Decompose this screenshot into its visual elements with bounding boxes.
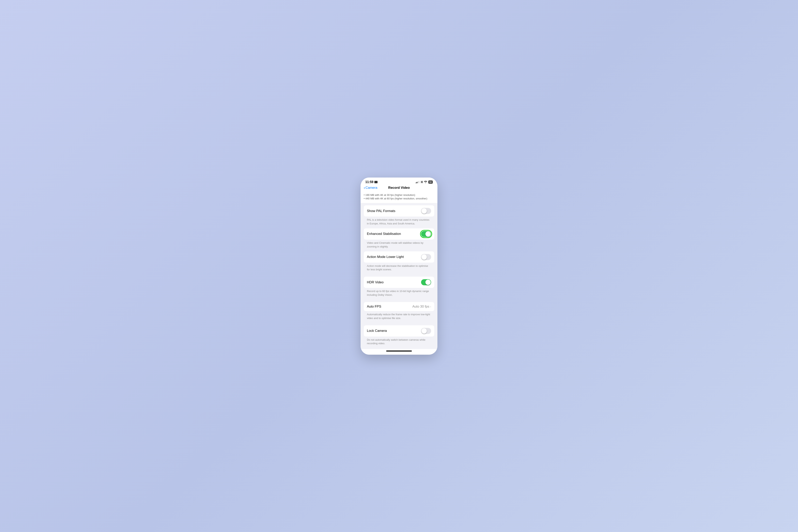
auto-fps-section: Auto FPS Auto 30 fps › Automatically red… [361, 302, 437, 323]
lock-camera-section: Lock Camera Do not automatically switch … [361, 325, 437, 348]
keyboard-icon [374, 181, 378, 183]
chevron-right-icon: › [430, 305, 431, 308]
toggle-thumb [421, 328, 427, 334]
toggle-thumb [421, 208, 427, 214]
action-mode-label: Action Mode Lower Light [367, 255, 421, 259]
show-pal-label: Show PAL Formats [367, 209, 421, 213]
back-button[interactable]: ‹ Camera [364, 186, 377, 190]
toggle-thumb [425, 231, 431, 236]
top-info-line1: • 190 MB with 4K at 30 fps (higher resol… [364, 193, 434, 197]
auto-fps-description: Automatically reduce the frame rate to i… [364, 311, 434, 323]
auto-fps-card: Auto FPS Auto 30 fps › [364, 302, 434, 311]
pal-section: Show PAL Formats PAL is a television vid… [361, 205, 437, 228]
toggle-thumb [421, 254, 427, 260]
time-display: 11:59 [365, 180, 374, 184]
lock-camera-card: Lock Camera [364, 325, 434, 337]
action-mode-row: Action Mode Lower Light [364, 251, 434, 263]
status-bar: 11:59 ⌘ 94 [361, 177, 437, 185]
signal-icon [416, 181, 419, 183]
home-bar [386, 350, 412, 352]
content-area: • 190 MB with 4K at 30 fps (higher resol… [361, 191, 437, 349]
hdr-card: HDR Video [364, 277, 434, 288]
chevron-left-icon: ‹ [364, 186, 365, 190]
show-pal-row: Show PAL Formats [364, 205, 434, 216]
auto-fps-label: Auto FPS [367, 305, 412, 308]
pal-card: Show PAL Formats [364, 205, 434, 216]
auto-fps-value: Auto 30 fps › [412, 305, 431, 308]
action-mode-section: Action Mode Lower Light Action mode will… [361, 251, 437, 274]
action-mode-card: Action Mode Lower Light [364, 251, 434, 263]
hdr-video-toggle[interactable] [421, 279, 431, 285]
nav-bar: ‹ Camera Record Video [361, 185, 437, 191]
top-info-line2: • 440 MB with 4K at 60 fps (higher resol… [364, 197, 434, 201]
toggle-thumb [425, 280, 431, 285]
auto-fps-text: Auto 30 fps [412, 305, 429, 308]
pal-description: PAL is a television video format used in… [364, 216, 434, 228]
stabilisation-description: Video and Cinematic mode will stabilise … [364, 240, 434, 251]
lock-camera-description: Do not automatically switch between came… [364, 337, 434, 348]
enhanced-stabilisation-toggle[interactable] [421, 231, 431, 237]
enhanced-stabilisation-label: Enhanced Stabilisation [367, 232, 421, 236]
hdr-video-label: HDR Video [367, 280, 421, 284]
stabilisation-section: Enhanced Stabilisation Video and Cinemat… [361, 228, 437, 251]
action-mode-toggle[interactable] [421, 254, 431, 260]
auto-fps-row[interactable]: Auto FPS Auto 30 fps › [364, 302, 434, 311]
lock-camera-toggle[interactable] [421, 328, 431, 334]
page-title: Record Video [388, 186, 410, 190]
show-pal-toggle[interactable] [421, 208, 431, 214]
hdr-description: Record up to 60 fps video in 10-bit high… [364, 288, 434, 300]
status-time: 11:59 [365, 180, 378, 184]
stabilisation-card: Enhanced Stabilisation [364, 228, 434, 240]
wifi-icon: ⌘ [420, 180, 427, 184]
lock-camera-label: Lock Camera [367, 329, 421, 333]
home-indicator [361, 349, 437, 355]
hdr-video-row: HDR Video [364, 277, 434, 288]
phone-frame: 11:59 ⌘ 94 ‹ Camera Re [361, 177, 437, 355]
lock-camera-row: Lock Camera [364, 325, 434, 337]
action-mode-description: Action mode will decrease the stabilisat… [364, 263, 434, 274]
top-info-block: • 190 MB with 4K at 30 fps (higher resol… [361, 191, 437, 203]
status-icons: ⌘ 94 [416, 180, 433, 184]
hdr-section: HDR Video Record up to 60 fps video in 1… [361, 277, 437, 300]
enhanced-stabilisation-row: Enhanced Stabilisation [364, 228, 434, 240]
back-label: Camera [365, 186, 377, 190]
battery-display: 94 [429, 180, 433, 184]
